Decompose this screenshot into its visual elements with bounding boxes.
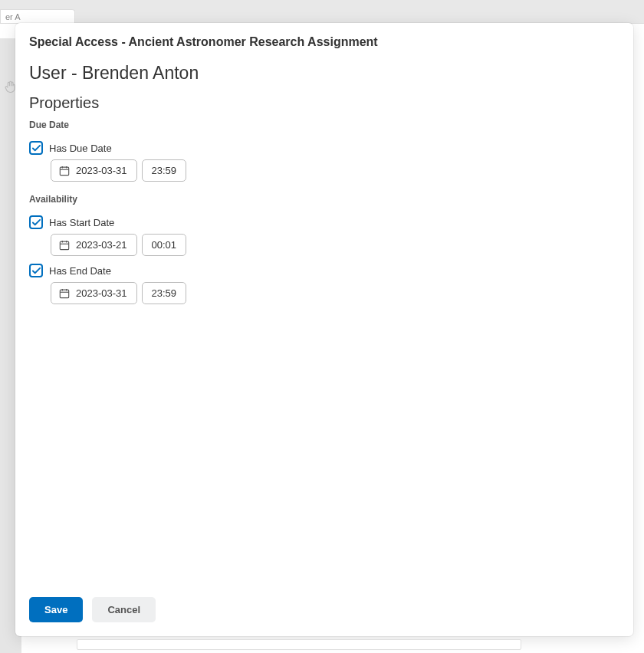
- user-heading: User - Brenden Anton: [29, 63, 619, 84]
- end-time-input[interactable]: 23:59: [142, 282, 187, 304]
- modal-body: User - Brenden Anton Properties Due Date…: [15, 55, 633, 586]
- calendar-icon: [59, 240, 70, 251]
- cancel-button[interactable]: Cancel: [92, 597, 156, 622]
- modal-title: Special Access - Ancient Astronomer Rese…: [29, 35, 619, 49]
- svg-rect-8: [60, 290, 68, 298]
- tab-stub-text: er A: [5, 12, 21, 21]
- due-time-input[interactable]: 23:59: [142, 159, 187, 182]
- end-date-input[interactable]: 2023-03-31: [51, 282, 137, 304]
- due-date-value: 2023-03-31: [76, 165, 127, 176]
- due-time-value: 23:59: [152, 165, 177, 176]
- calendar-icon: [59, 166, 70, 176]
- calendar-icon: [59, 288, 70, 299]
- has-due-date-checkbox[interactable]: [29, 141, 43, 155]
- has-end-date-checkbox[interactable]: [29, 264, 43, 277]
- svg-rect-0: [60, 167, 68, 176]
- start-date-input[interactable]: 2023-03-21: [51, 234, 137, 256]
- svg-rect-4: [60, 241, 68, 250]
- due-date-label: Due Date: [29, 120, 619, 130]
- start-date-field: Has Start Date 2023-03-21 00:01: [29, 215, 619, 256]
- has-due-date-label: Has Due Date: [49, 143, 112, 154]
- start-time-value: 00:01: [152, 239, 177, 251]
- has-start-date-label: Has Start Date: [49, 217, 114, 228]
- bottom-scroll-track[interactable]: [77, 639, 521, 650]
- start-date-value: 2023-03-21: [76, 239, 127, 251]
- due-date-field: Has Due Date 2023-03-31 23:59: [29, 141, 619, 182]
- properties-heading: Properties: [29, 94, 619, 112]
- due-date-input[interactable]: 2023-03-31: [51, 159, 137, 182]
- modal-footer: Save Cancel: [15, 586, 633, 636]
- save-button[interactable]: Save: [29, 597, 83, 622]
- end-time-value: 23:59: [152, 287, 177, 299]
- start-time-input[interactable]: 00:01: [142, 234, 187, 256]
- special-access-modal: Special Access - Ancient Astronomer Rese…: [15, 23, 633, 636]
- has-end-date-label: Has End Date: [49, 265, 111, 277]
- background-tab-stub: er A: [0, 9, 75, 25]
- availability-label: Availability: [29, 194, 619, 205]
- has-start-date-checkbox[interactable]: [29, 215, 43, 229]
- modal-header: Special Access - Ancient Astronomer Rese…: [15, 23, 633, 55]
- end-date-field: Has End Date 2023-03-31 23:59: [29, 264, 619, 304]
- end-date-value: 2023-03-31: [76, 287, 127, 299]
